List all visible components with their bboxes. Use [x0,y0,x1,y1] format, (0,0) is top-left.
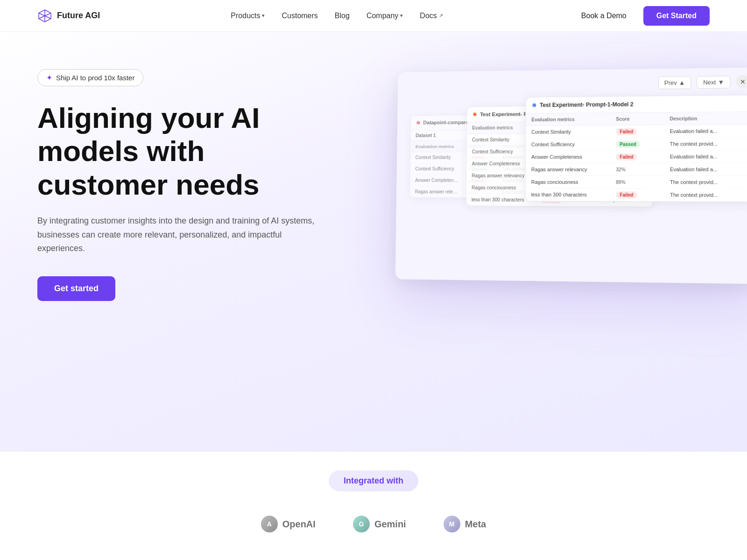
nav-item-docs[interactable]: Docs ↗ [420,12,443,20]
table-row: Context Sufficiency Passed The context p… [526,137,747,151]
panels-stack: Datapoint-compare Dataset 1 Evaluation m… [402,95,747,276]
nav-actions: Book a Demo Get Started [574,6,710,26]
nav-item-products[interactable]: Products ▾ [231,12,265,20]
hero-title: Aligning your AI models with customer ne… [37,101,336,201]
panel-dot [532,104,536,107]
dashboard-mockup: Prev ▲ Next ▼ ✕ Datapoint-compare Datase… [395,67,747,284]
table-row: Context Similarity Failed Evaluation fai… [526,125,747,139]
navbar: Future AGI Products ▾ Customers Blog Com… [0,0,747,32]
next-button[interactable]: Next ▼ [697,76,731,89]
partner-icon-1: A [261,516,278,532]
panel-dot [416,121,420,125]
chevron-up-icon: ▲ [679,79,685,86]
book-demo-button[interactable]: Book a Demo [574,8,634,24]
hero-section: ✦ Ship AI to prod 10x faster Aligning yo… [0,32,747,452]
logo-link[interactable]: Future AGI [37,8,100,23]
hero-cta-button[interactable]: Get started [37,276,115,301]
integrated-section: Integrated with A OpenAI G Gemini M Meta [0,452,747,551]
table-row: Ragas conciousness 89% The context provi… [526,175,747,189]
get-started-button[interactable]: Get Started [643,6,710,26]
partners-row: A OpenAI G Gemini M Meta [37,506,710,542]
partner-3: M Meta [444,516,486,532]
hero-subtitle: By integrating customer insights into th… [37,214,317,256]
logo-text: Future AGI [57,11,100,21]
nav-item-blog[interactable]: Blog [335,12,350,20]
close-button[interactable]: ✕ [736,75,747,89]
chevron-down-icon: ▾ [400,13,403,19]
partner-1: A OpenAI [261,516,316,532]
integrated-pill: Integrated with [329,470,418,491]
partner-icon-3: M [444,516,460,532]
sparkle-icon: ✦ [46,73,52,82]
panel-front: Test Experiment- Prompt-1-Model 2 Evalua… [525,95,747,202]
chevron-down-icon: ▼ [718,78,724,85]
chevron-down-icon: ▾ [262,13,265,19]
nav-item-customers[interactable]: Customers [282,12,317,20]
nav-item-company[interactable]: Company ▾ [366,12,403,20]
table-row: Ragas answer relevancy 32% Evaluation fa… [526,163,747,176]
nav-links: Products ▾ Customers Blog Company ▾ Docs… [231,12,443,20]
table-row: less than 300 characters Failed The cont… [526,188,747,201]
panel-dot [473,112,477,116]
panel-front-table: Evaluation metrics Score Description Con… [526,112,747,202]
hero-badge: ✦ Ship AI to prod 10x faster [37,69,143,86]
prev-button[interactable]: Prev ▲ [658,76,691,89]
external-link-icon: ↗ [439,13,443,19]
dashboard-toolbar: Prev ▲ Next ▼ ✕ [405,75,747,92]
partner-icon-2: G [353,516,370,532]
partner-2: G Gemini [353,516,406,532]
logo-icon [37,8,52,23]
table-row: Answer Completeness Failed Evaluation fa… [526,150,747,163]
